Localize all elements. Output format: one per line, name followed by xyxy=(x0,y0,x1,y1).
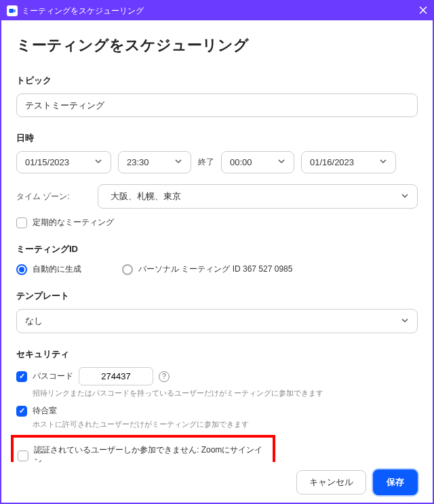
titlebar: ミーティングをスケジューリング xyxy=(1,1,433,20)
waiting-room-label: 待合室 xyxy=(33,405,57,417)
auth-only-highlight: 認証されているユーザーしか参加できません: Zoomにサインイン xyxy=(11,435,275,462)
passcode-hint: 招待リンクまたはパスコードを持っているユーザーだけがミーティングに参加できます xyxy=(33,388,418,398)
chevron-down-icon xyxy=(94,157,102,167)
close-icon[interactable] xyxy=(419,6,427,16)
meeting-id-auto-label: 自動的に生成 xyxy=(33,264,81,275)
chevron-down-icon xyxy=(277,157,285,167)
waiting-room-hint: ホストに許可されたユーザーだけがミーティングに参加できます xyxy=(33,419,418,429)
timezone-row: タイム ゾーン: 大阪、札幌、東京 xyxy=(16,184,418,209)
chevron-down-icon xyxy=(401,316,409,327)
end-time-select[interactable]: 00:00 xyxy=(221,151,294,173)
end-time-value: 00:00 xyxy=(230,157,252,167)
chevron-down-icon xyxy=(401,192,409,202)
template-label: テンプレート xyxy=(16,290,418,302)
meeting-id-label: ミーティングID xyxy=(16,243,418,255)
template-select[interactable]: なし xyxy=(16,309,418,333)
save-button[interactable]: 保存 xyxy=(373,469,418,495)
chevron-down-icon xyxy=(379,157,387,167)
auth-only-checkbox[interactable] xyxy=(18,450,28,461)
template-value: なし xyxy=(25,315,43,327)
recurring-label: 定期的なミーティング xyxy=(33,217,114,228)
meeting-id-row: 自動的に生成 パーソナル ミーティング ID 367 527 0985 xyxy=(16,264,418,275)
recurring-checkbox[interactable] xyxy=(16,217,27,228)
topic-input[interactable] xyxy=(16,93,418,117)
app-icon xyxy=(7,5,18,16)
timezone-value: 大阪、札幌、東京 xyxy=(111,190,181,203)
timezone-label: タイム ゾーン: xyxy=(16,191,77,203)
meeting-id-personal-label: パーソナル ミーティング ID 367 527 0985 xyxy=(138,264,292,275)
start-date-select[interactable]: 01/15/2023 xyxy=(16,151,111,173)
waiting-room-section: 待合室 ホストに許可されたユーザーだけがミーティングに参加できます xyxy=(16,405,418,429)
topic-label: トピック xyxy=(16,75,418,87)
footer: キャンセル 保存 xyxy=(1,462,433,503)
security-label: セキュリティ xyxy=(16,348,418,360)
start-date-value: 01/15/2023 xyxy=(25,157,69,167)
meeting-id-personal-option[interactable]: パーソナル ミーティング ID 367 527 0985 xyxy=(122,264,292,275)
passcode-input[interactable] xyxy=(79,367,153,385)
waiting-room-checkbox[interactable] xyxy=(16,406,27,417)
timezone-select[interactable]: 大阪、札幌、東京 xyxy=(98,184,418,209)
window-title: ミーティングをスケジューリング xyxy=(22,5,144,17)
auth-only-label: 認証されているユーザーしか参加できません: Zoomにサインイン xyxy=(34,444,269,462)
help-icon[interactable]: ? xyxy=(159,371,170,382)
svg-rect-0 xyxy=(9,9,14,13)
content-area: ミーティングをスケジューリング トピック 日時 01/15/2023 23:30… xyxy=(1,20,433,462)
radio-checked-icon xyxy=(16,264,27,275)
page-title: ミーティングをスケジューリング xyxy=(16,35,418,56)
radio-unchecked-icon xyxy=(122,264,133,275)
end-date-select[interactable]: 01/16/2023 xyxy=(301,151,396,173)
meeting-id-auto-option[interactable]: 自動的に生成 xyxy=(16,264,81,275)
recurring-row: 定期的なミーティング xyxy=(16,217,418,228)
passcode-section: パスコード ? 招待リンクまたはパスコードを持っているユーザーだけがミーティング… xyxy=(16,367,418,398)
cancel-button[interactable]: キャンセル xyxy=(296,470,366,495)
chevron-down-icon xyxy=(174,157,182,167)
datetime-label: 日時 xyxy=(16,132,418,144)
start-time-value: 23:30 xyxy=(127,157,149,167)
end-date-value: 01/16/2023 xyxy=(310,157,354,167)
start-time-select[interactable]: 23:30 xyxy=(118,151,191,173)
end-label: 終了 xyxy=(198,156,214,168)
datetime-row: 01/15/2023 23:30 終了 00:00 01/16/2023 xyxy=(16,151,418,173)
passcode-checkbox[interactable] xyxy=(16,371,27,382)
passcode-label: パスコード xyxy=(33,371,73,382)
